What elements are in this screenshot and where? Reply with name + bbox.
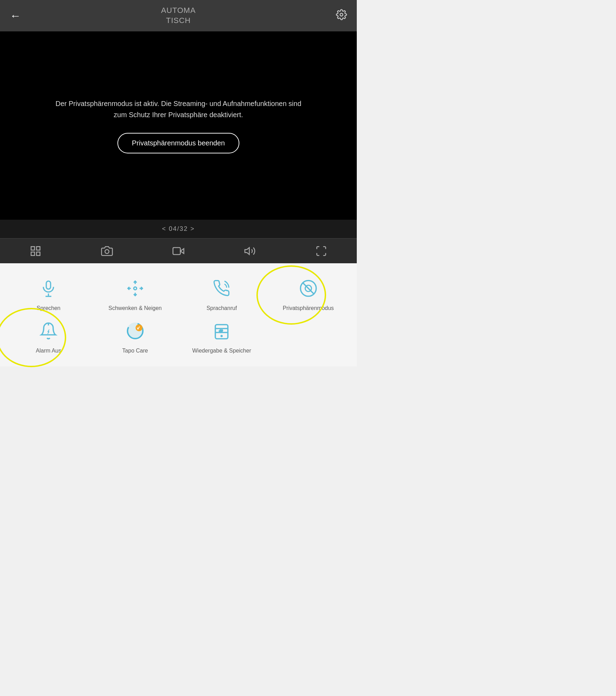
- control-schwenken[interactable]: Schwenken & Neigen: [94, 276, 177, 311]
- fullscreen-icon: [315, 245, 327, 257]
- fullscreen-button[interactable]: [311, 241, 331, 261]
- back-button[interactable]: ←: [10, 10, 21, 21]
- control-privatsphaerenmodus[interactable]: Privatsphärenmodus: [267, 276, 350, 311]
- microphone-icon: [40, 280, 57, 297]
- storage-icon: [212, 321, 231, 340]
- control-tapo-care[interactable]: Tapo Care: [94, 318, 177, 354]
- svg-point-5: [105, 249, 109, 253]
- phone-icon: [213, 280, 230, 297]
- tapocare-icon: [126, 321, 145, 340]
- snapshot-button[interactable]: [97, 241, 117, 261]
- schwenken-label: Schwenken & Neigen: [108, 305, 162, 311]
- sprechen-label: Sprechen: [37, 305, 61, 311]
- header-title: AUTOMA TISCH: [161, 6, 196, 25]
- pagination-bar: < 04/32 >: [0, 220, 357, 238]
- privacy-mode-button[interactable]: Privatsphärenmodus beenden: [117, 133, 240, 153]
- sprachanruf-label: Sprachanruf: [207, 305, 237, 311]
- svg-point-0: [340, 13, 343, 16]
- settings-button[interactable]: [336, 9, 347, 23]
- tapocare-label: Tapo Care: [122, 348, 148, 354]
- svg-line-18: [303, 283, 314, 294]
- privacy-message: Der Privatsphärenmodus ist aktiv. Die St…: [53, 98, 304, 120]
- speaker-icon: [244, 245, 256, 257]
- record-button[interactable]: [168, 241, 188, 261]
- camera-icon: [101, 245, 113, 257]
- control-sprechen[interactable]: Sprechen: [7, 276, 90, 311]
- control-alarm-aus[interactable]: Alarm Aus: [7, 318, 90, 354]
- video-area: Der Privatsphärenmodus ist aktiv. Die St…: [0, 31, 357, 220]
- privatsphaerenmodus-label: Privatsphärenmodus: [283, 305, 334, 311]
- privacy-icon-wrap: [296, 276, 321, 301]
- gear-icon: [336, 9, 347, 20]
- bottom-spacer: [0, 366, 357, 402]
- control-sprachanruf[interactable]: Sprachanruf: [180, 276, 263, 311]
- svg-rect-9: [46, 281, 51, 289]
- svg-marker-8: [245, 248, 249, 255]
- tapocare-icon-wrap: [123, 318, 148, 343]
- video-icon: [172, 245, 184, 257]
- svg-rect-2: [37, 247, 40, 250]
- pagination-text: < 04/32 >: [162, 225, 195, 232]
- alarm-icon-wrap: [36, 318, 61, 343]
- toolbar: [0, 238, 357, 263]
- svg-rect-3: [31, 252, 35, 255]
- sprachanruf-icon-wrap: [209, 276, 234, 301]
- svg-marker-6: [180, 248, 184, 253]
- control-wiedergabe[interactable]: Wiedergabe & Speicher: [180, 318, 263, 354]
- sprechen-icon-wrap: [36, 276, 61, 301]
- speaker-button[interactable]: [240, 241, 260, 261]
- svg-rect-7: [173, 248, 180, 255]
- schwenken-icon-wrap: [123, 276, 148, 301]
- svg-rect-1: [31, 247, 35, 250]
- alarm-aus-label: Alarm Aus: [36, 348, 61, 354]
- svg-marker-21: [48, 330, 49, 334]
- svg-point-16: [134, 287, 137, 290]
- grid-icon: [30, 245, 41, 257]
- pan-icon: [126, 280, 144, 297]
- controls-grid: Sprechen Schwenken & Neigen: [0, 263, 357, 366]
- wiedergabe-icon-wrap: [209, 318, 234, 343]
- privacy-mode-icon: [299, 279, 318, 298]
- svg-rect-4: [37, 252, 40, 255]
- grid-view-button[interactable]: [25, 241, 46, 261]
- wiedergabe-label: Wiedergabe & Speicher: [192, 348, 251, 354]
- header: ← AUTOMA TISCH: [0, 0, 357, 31]
- alarm-icon: [39, 321, 58, 340]
